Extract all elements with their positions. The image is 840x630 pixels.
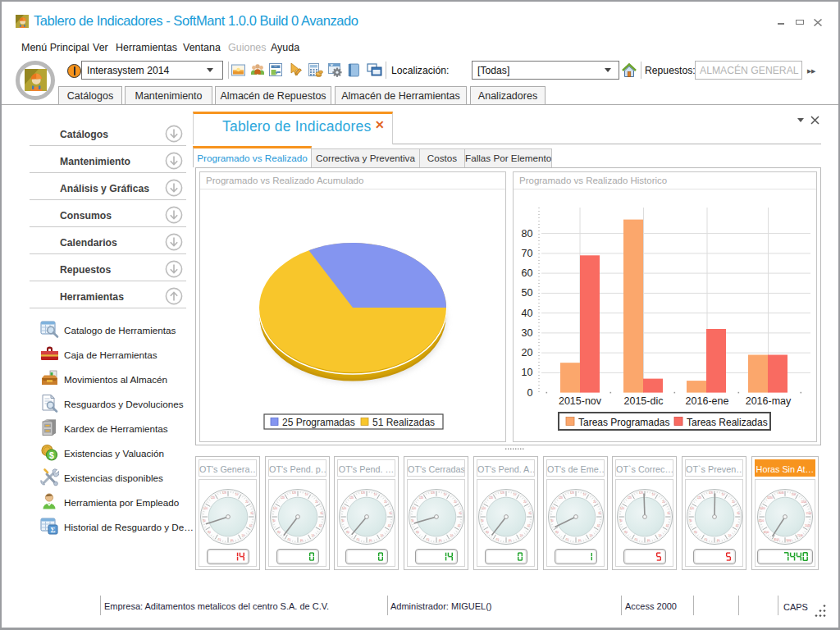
svg-text:60: 60 [646,539,650,542]
svg-text:40: 40 [522,308,533,319]
svg-text:70: 70 [704,538,707,541]
svg-text:40: 40 [665,524,669,527]
svg-text:80: 80 [486,531,489,534]
svg-text:40: 40 [318,524,322,527]
svg-text:30: 30 [667,512,670,515]
svg-text:20: 20 [662,500,665,504]
svg-text:20: 20 [454,500,457,504]
svg-text:2500: 2500 [797,534,803,537]
svg-text:120: 120 [360,491,364,495]
svg-text:90: 90 [203,519,206,523]
svg-text:30: 30 [389,512,392,515]
svg-text:2000: 2000 [805,524,810,527]
svg-text:6000: 6000 [778,491,784,495]
svg-text:4000: 4000 [764,531,769,534]
svg-text:50: 50 [450,534,453,537]
svg-text:30: 30 [250,512,253,515]
svg-text:100: 100 [551,507,555,510]
svg-text:30: 30 [522,327,533,339]
svg-text:25 Programadas: 25 Programadas [282,417,355,428]
svg-text:10: 10 [513,493,516,496]
svg-text:$: $ [49,450,54,460]
svg-text:30: 30 [528,512,532,515]
svg-text:120: 120 [638,491,642,495]
svg-text:80: 80 [277,531,281,534]
svg-text:50: 50 [380,534,383,537]
svg-text:110: 110 [419,496,423,500]
svg-text:20: 20 [522,347,533,358]
svg-text:20: 20 [732,500,735,504]
svg-text:60: 60 [368,539,372,542]
svg-text:90: 90 [550,519,554,523]
svg-text:10: 10 [582,493,586,496]
svg-text:110: 110 [697,496,701,500]
svg-text:120: 120 [569,491,573,495]
svg-text:20: 20 [384,500,387,504]
svg-text:60: 60 [230,539,233,542]
svg-text:50: 50 [522,287,533,299]
svg-text:120: 120 [430,491,434,495]
svg-text:4500: 4500 [759,519,765,523]
svg-text:10: 10 [522,367,533,378]
svg-text:100: 100 [203,507,208,510]
svg-text:70: 70 [426,538,429,541]
svg-text:20: 20 [245,500,249,504]
svg-text:40: 40 [527,524,530,527]
svg-text:110: 110 [281,496,285,500]
svg-text:120: 120 [221,491,226,495]
svg-text:70: 70 [495,538,499,541]
svg-text:50: 50 [658,534,661,537]
svg-text:70: 70 [287,538,290,541]
svg-text:80: 80 [346,531,349,534]
svg-text:500: 500 [792,493,796,496]
svg-text:60: 60 [508,539,511,542]
svg-text:90: 90 [481,519,484,523]
svg-text:70: 70 [522,248,533,259]
svg-text:2016-may: 2016-may [746,395,792,407]
svg-text:70: 70 [565,538,568,541]
svg-text:60: 60 [716,539,719,542]
svg-text:10: 10 [721,493,724,496]
svg-text:10: 10 [443,493,446,496]
svg-text:30: 30 [598,512,601,515]
svg-text:110: 110 [628,496,632,500]
svg-text:70: 70 [217,538,221,541]
svg-text:110: 110 [559,496,563,500]
svg-text:110: 110 [349,496,354,500]
svg-text:50: 50 [519,534,523,537]
svg-text:100: 100 [412,507,416,510]
svg-text:80: 80 [522,228,533,240]
svg-text:90: 90 [411,519,414,523]
svg-text:10: 10 [304,493,308,496]
svg-text:120: 120 [500,491,504,495]
svg-text:60: 60 [438,539,441,542]
svg-text:80: 80 [208,531,211,534]
svg-text:20: 20 [593,500,596,504]
svg-text:1500: 1500 [806,512,812,515]
svg-text:1000: 1000 [801,500,806,504]
svg-text:110: 110 [211,496,215,500]
svg-text:120: 120 [708,491,712,495]
svg-text:40: 40 [249,524,252,527]
svg-text:80: 80 [694,531,697,534]
svg-text:100: 100 [482,507,486,510]
svg-text:2015-nov: 2015-nov [559,395,602,407]
svg-text:10: 10 [235,493,238,496]
svg-text:50: 50 [728,534,731,537]
svg-text:10: 10 [373,493,377,496]
svg-text:60: 60 [578,539,581,542]
svg-text:80: 80 [416,531,419,534]
svg-text:80: 80 [624,531,628,534]
svg-text:Tareas Realizadas: Tareas Realizadas [687,417,768,428]
svg-text:30: 30 [737,512,740,515]
svg-text:20: 20 [315,500,318,504]
svg-text:60: 60 [522,267,533,279]
svg-text:110: 110 [489,496,493,500]
svg-text:51 Realizadas: 51 Realizadas [372,417,435,428]
svg-text:10: 10 [651,493,655,496]
svg-text:30: 30 [320,512,323,515]
svg-text:Σ: Σ [51,526,56,534]
svg-text:100: 100 [620,507,624,510]
svg-text:100: 100 [690,507,694,510]
svg-text:Tareas Programadas: Tareas Programadas [578,417,669,428]
